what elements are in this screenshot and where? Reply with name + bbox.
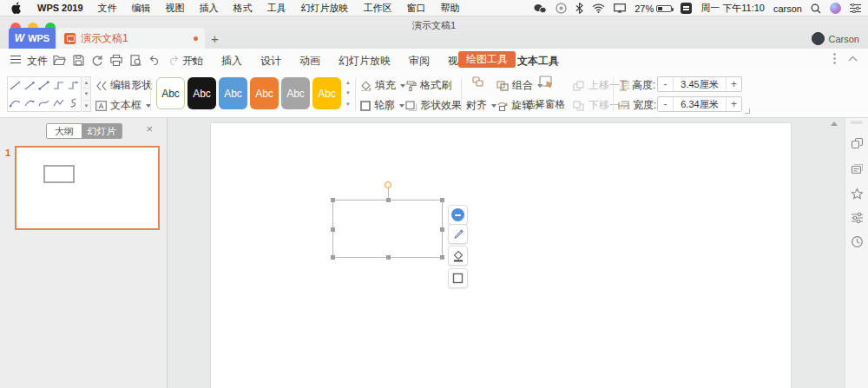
- quick-outline-button[interactable]: [448, 268, 468, 288]
- format-painter-button[interactable]: 格式刷: [405, 78, 451, 93]
- wifi-icon[interactable]: [592, 3, 605, 13]
- width-plus-button[interactable]: +: [727, 97, 741, 111]
- chat-bubbles-icon[interactable]: [534, 3, 547, 14]
- align-icon[interactable]: [471, 76, 484, 89]
- preset-scroll-down-icon[interactable]: ▼: [344, 88, 352, 98]
- more-options-icon[interactable]: [833, 53, 836, 64]
- collapse-ribbon-icon[interactable]: [848, 56, 858, 62]
- shape-curved-arrow-connector[interactable]: [23, 95, 37, 112]
- tab-text-tools[interactable]: 文本工具: [517, 54, 559, 69]
- gallery-scroll-down-icon[interactable]: ▼: [82, 89, 90, 100]
- apple-icon[interactable]: [11, 2, 23, 14]
- style-preset-black[interactable]: Abc: [187, 77, 216, 109]
- new-tab-button[interactable]: +: [211, 31, 219, 46]
- shape-curved-connector[interactable]: [8, 95, 23, 112]
- align-button[interactable]: 对齐: [466, 98, 496, 113]
- app-status-circle-icon[interactable]: [556, 3, 567, 14]
- resize-handle-se[interactable]: [440, 255, 444, 260]
- document-tab[interactable]: 演示文稿1: [57, 28, 205, 49]
- tab-animation[interactable]: 动画: [299, 54, 320, 69]
- menu-tools[interactable]: 工具: [267, 2, 286, 15]
- editing-canvas[interactable]: [168, 118, 845, 388]
- battery-indicator[interactable]: 27%: [635, 3, 672, 14]
- selection-pane-icon[interactable]: [538, 75, 554, 90]
- input-method-icon[interactable]: [681, 3, 692, 14]
- preset-scroll-up-icon[interactable]: ▲: [344, 77, 352, 88]
- tab-outline[interactable]: 大纲: [47, 124, 82, 138]
- shape-line-dot[interactable]: [37, 77, 52, 95]
- redo-icon[interactable]: [167, 53, 181, 67]
- shape-curve[interactable]: [37, 95, 52, 112]
- selection-pane-button[interactable]: 选择窗格: [523, 98, 568, 111]
- shape-elbow-arrow-connector[interactable]: [66, 77, 81, 95]
- rotation-handle[interactable]: [385, 181, 391, 188]
- tab-review[interactable]: 审阅: [409, 54, 430, 69]
- gallery-scroll-up-icon[interactable]: ▲: [82, 77, 90, 89]
- account-button[interactable]: Carson: [812, 32, 859, 45]
- tab-slides-active[interactable]: 幻灯片: [82, 124, 122, 138]
- wps-home-button[interactable]: W WPS: [9, 28, 56, 49]
- control-center-icon[interactable]: [850, 3, 861, 13]
- height-plus-button[interactable]: +: [727, 77, 741, 91]
- quick-style-brush-button[interactable]: [448, 224, 468, 244]
- resize-handle-nw[interactable]: [331, 198, 335, 202]
- settings-sliders-icon[interactable]: [851, 212, 864, 225]
- tab-design[interactable]: 设计: [260, 54, 281, 69]
- preset-more-icon[interactable]: ▼: [344, 99, 352, 109]
- close-panel-icon[interactable]: ×: [146, 122, 153, 135]
- resize-handle-ne[interactable]: [440, 198, 444, 202]
- tab-slideshow[interactable]: 幻灯片放映: [339, 54, 391, 69]
- slide-layout-icon[interactable]: [851, 163, 864, 176]
- sidebar-handle[interactable]: [851, 121, 863, 124]
- outline-button[interactable]: 轮廓: [360, 98, 404, 113]
- style-preset-blue[interactable]: Abc: [219, 77, 247, 109]
- bluetooth-icon[interactable]: [575, 3, 583, 14]
- print-icon[interactable]: [109, 53, 123, 67]
- resize-handle-sw[interactable]: [331, 255, 335, 260]
- menu-help[interactable]: 帮助: [441, 2, 460, 15]
- edit-shape-button[interactable]: 编辑形状: [95, 78, 161, 93]
- group-button[interactable]: 组合: [496, 78, 542, 93]
- hamburger-menu-icon[interactable]: [10, 56, 21, 63]
- gallery-more-icon[interactable]: ▼: [82, 101, 90, 111]
- export-pdf-icon[interactable]: [90, 53, 104, 67]
- resize-handle-s[interactable]: [386, 255, 391, 260]
- size-dialog-launcher-icon[interactable]: [745, 109, 750, 114]
- width-value[interactable]: 6.34厘米: [673, 97, 727, 111]
- resize-handle-w[interactable]: [331, 227, 335, 232]
- style-preset-gray[interactable]: Abc: [281, 77, 310, 109]
- menu-insert[interactable]: 插入: [200, 2, 219, 15]
- style-preset-white[interactable]: Abc: [156, 77, 185, 109]
- shape-freeform[interactable]: [51, 95, 66, 112]
- menubar-app-name[interactable]: WPS 2019: [37, 3, 83, 13]
- resize-handle-e[interactable]: [440, 227, 444, 232]
- shape-arrow[interactable]: [23, 77, 37, 95]
- shape-elbow-connector[interactable]: [51, 77, 66, 95]
- height-minus-button[interactable]: -: [658, 77, 673, 91]
- menu-format[interactable]: 格式: [233, 2, 253, 15]
- open-file-icon[interactable]: [52, 53, 66, 67]
- print-preview-icon[interactable]: [128, 53, 142, 67]
- resize-handle-n[interactable]: [386, 198, 391, 202]
- style-preset-yellow[interactable]: Abc: [312, 77, 341, 109]
- selected-rectangle-shape[interactable]: [332, 200, 443, 258]
- menu-window[interactable]: 窗口: [407, 2, 426, 15]
- menu-slideshow[interactable]: 幻灯片放映: [301, 2, 349, 15]
- scroll-up-arrow-icon[interactable]: [831, 122, 838, 126]
- ribbon-file-menu[interactable]: 文件: [27, 54, 48, 69]
- slide-thumbnail-1[interactable]: [15, 146, 160, 230]
- quick-fill-button[interactable]: [448, 246, 468, 266]
- tab-insert[interactable]: 插入: [221, 54, 242, 69]
- width-minus-button[interactable]: -: [658, 97, 673, 111]
- spotlight-search-icon[interactable]: [811, 3, 821, 14]
- siri-icon[interactable]: [830, 3, 841, 14]
- fill-button[interactable]: 填充: [360, 78, 405, 93]
- style-preset-orange[interactable]: Abc: [250, 77, 279, 109]
- menu-file[interactable]: 文件: [98, 2, 117, 15]
- menu-edit[interactable]: 编辑: [132, 2, 151, 15]
- shape-scribble[interactable]: [66, 95, 81, 112]
- menubar-user[interactable]: carson: [773, 3, 802, 14]
- text-box-button[interactable]: 文本框: [95, 98, 151, 113]
- tab-drawing-tools-active[interactable]: 绘图工具: [458, 51, 516, 68]
- menu-workspace[interactable]: 工作区: [364, 2, 392, 15]
